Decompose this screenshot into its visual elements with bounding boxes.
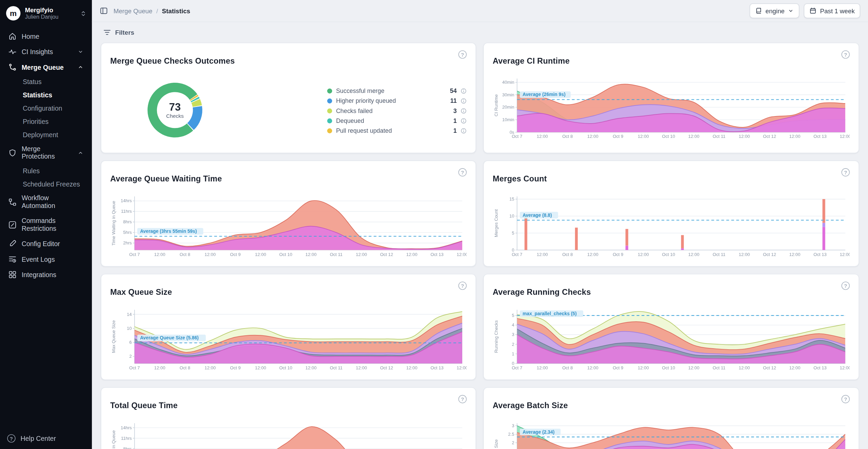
- svg-text:Oct 9: Oct 9: [230, 365, 241, 370]
- sidebar-item-deployment[interactable]: Deployment: [4, 128, 88, 141]
- area-chart[interactable]: 0s10min20min30min40minOct 712:00Oct 812:…: [493, 75, 850, 142]
- sidebar-item-label: CI Insights: [21, 48, 53, 56]
- info-icon[interactable]: [461, 88, 467, 94]
- sidebar-item-statistics[interactable]: Statistics: [4, 89, 88, 101]
- svg-text:12:00: 12:00: [688, 134, 699, 139]
- chevron-down-icon: [788, 8, 794, 14]
- time-range-selector[interactable]: Past 1 week: [804, 3, 860, 18]
- card-title: Average CI Runtime: [493, 57, 570, 65]
- legend-color-dot: [327, 98, 332, 103]
- svg-text:Max Queue Size: Max Queue Size: [111, 320, 116, 353]
- bar-chart[interactable]: 051015Oct 712:00Oct 812:00Oct 912:00Oct …: [493, 193, 850, 259]
- card-title: Merges Count: [493, 174, 547, 183]
- info-icon[interactable]: [461, 108, 467, 114]
- svg-text:5hrs: 5hrs: [123, 230, 132, 235]
- svg-text:Oct 8: Oct 8: [562, 252, 573, 257]
- svg-text:12:00: 12:00: [457, 365, 467, 370]
- svg-text:Oct 10: Oct 10: [662, 365, 675, 370]
- filters-button[interactable]: Filters: [101, 27, 137, 38]
- sidebar-item-workflow-automation[interactable]: Workflow Automation: [4, 191, 88, 213]
- sidebar-item-configuration[interactable]: Configuration: [4, 102, 88, 114]
- svg-text:Oct 8: Oct 8: [180, 365, 190, 370]
- svg-text:1: 1: [512, 351, 514, 356]
- svg-text:max_parallel_checks (5): max_parallel_checks (5): [523, 311, 577, 316]
- legend-value: 1: [453, 127, 457, 134]
- sidebar-item-merge-queue[interactable]: Merge Queue: [4, 60, 88, 75]
- area-chart[interactable]: 012345Oct 712:00Oct 812:00Oct 912:00Oct …: [493, 307, 850, 373]
- svg-text:Oct 11: Oct 11: [713, 365, 725, 370]
- sidebar-item-ci-insights[interactable]: CI Insights: [4, 44, 88, 59]
- config-editor-icon: [8, 240, 16, 248]
- help-icon[interactable]: ?: [459, 50, 467, 59]
- svg-text:12:00: 12:00: [840, 365, 850, 370]
- svg-text:12:00: 12:00: [356, 252, 367, 257]
- card-average-ci-runtime: Average CI Runtime ? 0s10min20min30min40…: [483, 43, 859, 153]
- svg-text:30min: 30min: [502, 92, 514, 97]
- help-icon[interactable]: ?: [841, 395, 850, 403]
- sidebar-item-event-logs[interactable]: Event Logs: [4, 252, 88, 267]
- sidebar-item-integrations[interactable]: Integrations: [4, 267, 88, 282]
- workspace-switcher[interactable]: m Mergifyio Julien Danjou: [0, 0, 92, 26]
- sidebar-item-scheduled-freezes[interactable]: Scheduled Freezes: [4, 178, 88, 190]
- info-icon[interactable]: [461, 117, 467, 124]
- svg-text:12:00: 12:00: [638, 365, 649, 370]
- help-icon[interactable]: ?: [459, 395, 467, 403]
- help-icon[interactable]: ?: [841, 168, 850, 176]
- card-merges-count: Merges Count ? 051015Oct 712:00Oct 812:0…: [483, 160, 859, 267]
- area-chart[interactable]: 0.511.522.53Oct 712:00Oct 812:00Oct 912:…: [493, 420, 850, 449]
- svg-text:12:00: 12:00: [406, 252, 418, 257]
- svg-text:Oct 13: Oct 13: [431, 252, 444, 257]
- svg-text:Average Queue Size (5.86): Average Queue Size (5.86): [140, 335, 199, 340]
- sidebar-item-merge-protections[interactable]: Merge Protections: [4, 142, 88, 164]
- area-chart[interactable]: 2hrs5hrs8hrs11hrs14hrsOct 712:00Oct 812:…: [110, 420, 467, 449]
- svg-text:Oct 10: Oct 10: [662, 252, 675, 257]
- card-title: Average Running Checks: [493, 288, 591, 296]
- help-icon: ?: [7, 434, 15, 443]
- sidebar-item-home[interactable]: Home: [4, 29, 88, 44]
- breadcrumb: Merge Queue / Statistics: [113, 7, 190, 14]
- legend-value: 3: [453, 107, 457, 114]
- legend-label: Checks failed: [336, 107, 372, 114]
- help-center-link[interactable]: ? Help Center: [0, 428, 92, 449]
- svg-text:12:00: 12:00: [154, 252, 166, 257]
- sidebar-toggle-button[interactable]: [100, 7, 108, 15]
- legend-label: Successful merge: [336, 87, 384, 94]
- svg-text:Oct 9: Oct 9: [613, 134, 623, 139]
- svg-text:Oct 7: Oct 7: [129, 365, 140, 370]
- svg-text:Oct 11: Oct 11: [713, 134, 725, 139]
- workspace-name: Mergifyio: [25, 6, 58, 14]
- sidebar-item-label: Config Editor: [21, 240, 60, 247]
- donut-chart[interactable]: 73Checks: [142, 78, 209, 144]
- sidebar-item-rules[interactable]: Rules: [4, 164, 88, 177]
- sidebar-item-label: Merge Protections: [21, 145, 73, 161]
- workspace-user: Julien Danjou: [25, 14, 58, 20]
- help-icon[interactable]: ?: [459, 168, 467, 176]
- sidebar-item-config-editor[interactable]: Config Editor: [4, 236, 88, 251]
- breadcrumb-section[interactable]: Merge Queue: [113, 7, 152, 14]
- workspace-select-icon[interactable]: [80, 10, 87, 16]
- svg-text:Oct 12: Oct 12: [380, 252, 393, 257]
- info-icon[interactable]: [461, 128, 467, 134]
- svg-text:12:00: 12:00: [306, 252, 317, 257]
- repository-selector[interactable]: engine: [749, 3, 800, 18]
- help-icon[interactable]: ?: [841, 282, 850, 290]
- svg-text:2: 2: [129, 354, 132, 359]
- card-merge-queue-checks-outcomes: Merge Queue Checks Outcomes ? 73Checks S…: [101, 43, 476, 153]
- area-chart[interactable]: 261014Oct 712:00Oct 812:00Oct 912:00Oct …: [110, 307, 467, 373]
- info-icon[interactable]: [461, 98, 467, 104]
- help-icon[interactable]: ?: [841, 50, 850, 59]
- sidebar-item-status[interactable]: Status: [4, 75, 88, 88]
- svg-text:2: 2: [512, 440, 514, 445]
- card-title: Merge Queue Checks Outcomes: [110, 57, 235, 65]
- svg-text:12:00: 12:00: [789, 134, 801, 139]
- filters-row: Filters: [92, 22, 868, 42]
- area-chart[interactable]: 2hrs5hrs8hrs11hrs14hrsOct 712:00Oct 812:…: [110, 193, 467, 259]
- app-root: m Mergifyio Julien Danjou Home CI Insigh…: [0, 0, 868, 449]
- legend-item: Successful merge 54: [327, 86, 467, 96]
- svg-text:12:00: 12:00: [255, 252, 266, 257]
- svg-text:Oct 8: Oct 8: [562, 134, 573, 139]
- svg-text:CI Runtime: CI Runtime: [494, 94, 499, 116]
- sidebar-item-commands-restrictions[interactable]: Commands Restrictions: [4, 213, 88, 236]
- help-icon[interactable]: ?: [459, 282, 467, 290]
- sidebar-item-priorities[interactable]: Priorities: [4, 115, 88, 128]
